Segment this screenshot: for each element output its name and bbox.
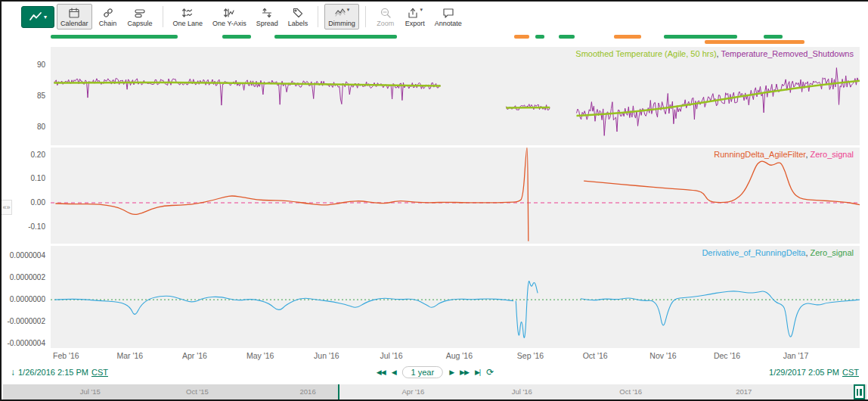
x-axis-label: May '16 <box>246 351 274 360</box>
y-axis-temperature: 908580 <box>2 47 51 145</box>
derivative-plot[interactable]: Derivative_of_RunningDelta, Zero_signal <box>51 246 860 348</box>
capsule-bar[interactable] <box>614 35 641 39</box>
capsule-bar[interactable] <box>514 35 529 39</box>
y-tick-label: 80 <box>37 123 45 131</box>
zoom-out-icon <box>380 7 392 19</box>
x-axis-label: Jan '17 <box>783 351 809 360</box>
capsule-bar[interactable] <box>705 40 805 44</box>
y-tick-label: 90 <box>37 61 45 69</box>
capsule-bar[interactable] <box>764 35 783 39</box>
duration-button[interactable]: 1 year <box>402 366 444 378</box>
temperature-plot[interactable]: Smoothed Temperature (Agile, 50 hrs), Te… <box>51 47 860 145</box>
toolbar-button-calendar[interactable]: Calendar <box>57 4 92 30</box>
derivative-legend: Derivative_of_RunningDelta, Zero_signal <box>702 248 854 257</box>
x-axis-label: Jul '16 <box>380 351 402 360</box>
caret-down-icon: ▾ <box>347 7 350 13</box>
legend-item[interactable]: Temperature_Removed_Shutdowns <box>721 49 854 58</box>
x-axis-label: Dec '16 <box>714 351 740 360</box>
capsule-bar[interactable] <box>535 35 544 39</box>
range-start-timezone[interactable]: CST <box>91 368 108 377</box>
x-axis-label: Apr '16 <box>182 351 207 360</box>
trend-view-button[interactable]: ▾ <box>21 6 54 28</box>
capsule-bar[interactable] <box>664 35 737 39</box>
y-tick-label: -0.0000004 <box>7 339 45 347</box>
panel-collapse-handle[interactable]: «» <box>2 200 12 215</box>
x-axis-label: Nov '16 <box>649 351 676 360</box>
series-RunningDelta_AgileFilter <box>584 161 860 204</box>
capsule-bar[interactable] <box>222 35 252 39</box>
toolbar-button-dimming[interactable]: ▾ Dimming <box>324 4 359 30</box>
toolbar-button-labels[interactable]: Labels <box>284 4 312 30</box>
toolbar-button-one-y-axis[interactable]: One Y-Axis <box>209 4 250 30</box>
timeline-label: 2016 <box>300 387 316 396</box>
calendar-icon <box>68 7 80 19</box>
range-start-date[interactable]: 1/26/2016 2:15 PM <box>18 368 88 377</box>
y-tick-label: 0.0000002 <box>10 273 45 281</box>
step-back-button[interactable]: ◀ <box>392 368 396 376</box>
toolbar-button-one-lane[interactable]: One Lane <box>169 4 207 30</box>
y-axis-running-delta: 0.200.100.00-0.10 <box>2 148 51 244</box>
timeline-right-handle[interactable] <box>854 384 865 399</box>
capsule-bar[interactable] <box>559 35 575 39</box>
step-to-end-button[interactable]: ▶| <box>475 368 480 376</box>
toolbar: ▾ Calendar Chain Capsule <box>2 2 868 32</box>
grip-icon <box>860 389 862 396</box>
annotate-icon <box>442 7 454 19</box>
x-axis-label: Jun '16 <box>314 351 339 360</box>
chain-icon <box>102 7 114 19</box>
y-tick-label: 0.10 <box>31 174 45 182</box>
step-forward-button[interactable]: ▶ <box>449 368 454 376</box>
range-end-timezone[interactable]: CST <box>842 368 859 377</box>
toolbar-button-spread[interactable]: Spread <box>253 4 282 30</box>
toolbar-button-chain[interactable]: Chain <box>95 4 122 30</box>
range-navigation: ◀◀ ◀ 1 year ▶ ▶▶ ▶| ⟳ <box>377 366 493 378</box>
toolbar-button-export[interactable]: ▾ Export <box>401 4 429 30</box>
capsule-bar[interactable] <box>51 35 178 39</box>
timeline-label: Apr '16 <box>402 387 425 396</box>
derivative-plot-svg <box>51 246 860 348</box>
range-start: ↓ 1/26/2016 2:15 PM CST <box>11 367 108 378</box>
temperature-lane: 908580 Smoothed Temperature (Agile, 50 h… <box>2 47 868 145</box>
running-delta-lane: 0.200.100.00-0.10 RunningDelta_AgileFilt… <box>2 148 868 244</box>
y-tick-label: -0.0000002 <box>7 317 45 325</box>
one-lane-icon <box>181 7 194 19</box>
y-tick-label: 0.0000000 <box>10 295 45 303</box>
refresh-button[interactable]: ⟳ <box>486 367 493 378</box>
legend-item[interactable]: Zero_signal <box>811 150 854 159</box>
timeline-label: Oct '16 <box>619 387 642 396</box>
caret-down-icon: ▾ <box>420 7 423 13</box>
toolbar-button-annotate[interactable]: Annotate <box>431 4 466 30</box>
x-axis-label: Feb '16 <box>53 351 79 360</box>
legend-item[interactable]: RunningDelta_AgileFilter <box>714 150 805 159</box>
range-end: 1/29/2017 2:05 PM CST <box>769 368 859 377</box>
x-axis-label: Oct '16 <box>583 351 608 360</box>
timeline-label: Jul '15 <box>80 387 101 396</box>
y-tick-label: -0.10 <box>28 222 45 231</box>
series-Temperature_Removed_Shutdowns <box>577 68 860 136</box>
one-y-axis-icon <box>223 7 235 19</box>
toolbar-separator <box>163 6 163 27</box>
legend-item[interactable]: Zero_signal <box>811 248 854 257</box>
legend-item[interactable]: Smoothed Temperature (Agile, 50 hrs) <box>575 49 716 58</box>
step-back-fast-button[interactable]: ◀◀ <box>377 368 386 376</box>
series-Derivative_of_RunningDelta <box>516 281 538 338</box>
x-axis-label: Aug '16 <box>446 351 473 360</box>
toolbar-button-zoom: Zoom <box>372 4 399 30</box>
trend-analysis-app: ▾ Calendar Chain Capsule <box>0 0 868 401</box>
step-forward-fast-button[interactable]: ▶▶ <box>460 368 469 376</box>
timeline-label: 2017 <box>736 387 752 396</box>
range-end-date[interactable]: 1/29/2017 2:05 PM <box>769 368 839 377</box>
investigate-range-icon[interactable]: ↓ <box>11 367 15 378</box>
y-tick-label: 0.00 <box>31 198 45 207</box>
legend-item[interactable]: Derivative_of_RunningDelta <box>702 248 805 257</box>
toolbar-separator <box>365 6 366 27</box>
spread-icon <box>261 7 273 19</box>
trend-icon <box>29 11 42 22</box>
timeline-track[interactable]: Jul '15Oct '152016Apr '16Jul '16Oct '162… <box>3 384 866 399</box>
x-axis: Feb '16Mar '16Apr '16May '16Jun '16Jul '… <box>51 348 860 363</box>
capsule-bar[interactable] <box>274 35 397 39</box>
capsule-icon <box>134 7 146 19</box>
toolbar-button-capsule[interactable]: Capsule <box>124 4 157 30</box>
x-axis-label: Sep '16 <box>517 351 544 360</box>
running-delta-plot[interactable]: RunningDelta_AgileFilter, Zero_signal <box>51 148 860 244</box>
